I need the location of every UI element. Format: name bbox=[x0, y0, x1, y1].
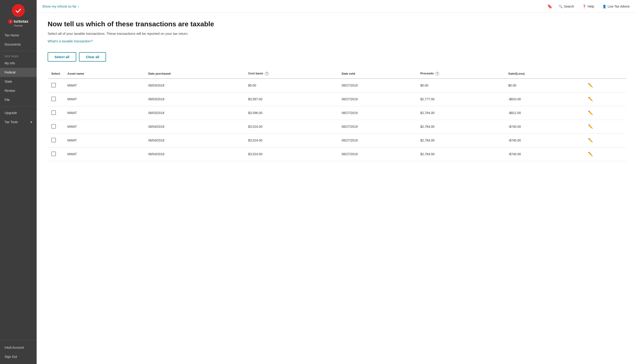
sidebar-item-tax-tools[interactable]: Tax Tools ▾ bbox=[0, 118, 37, 126]
sidebar-item-federal[interactable]: Federal bbox=[0, 68, 37, 77]
turbotax-tier: Premier bbox=[14, 24, 23, 27]
row-proceeds: $0.00 bbox=[417, 78, 505, 92]
row-asset-name: MWAT bbox=[64, 134, 144, 147]
row-proceeds: $2,784.00 bbox=[417, 120, 505, 134]
col-edit bbox=[584, 69, 626, 78]
col-date-purchased: Date purchased bbox=[145, 69, 244, 78]
table-row: MWAT 06/04/2018 $3,524.00 08/27/2019 $2,… bbox=[48, 147, 626, 161]
table-row: MWAT 06/03/2018 $0.00 08/27/2019 $0.00 $… bbox=[48, 78, 626, 92]
row-checkbox[interactable] bbox=[51, 96, 56, 101]
row-checkbox[interactable] bbox=[51, 138, 56, 142]
proceeds-info-icon[interactable]: ? bbox=[436, 72, 439, 76]
row-proceeds: $2,784.00 bbox=[417, 106, 505, 120]
row-date-purchased: 06/04/2018 bbox=[145, 134, 244, 147]
sidebar-item-my-info[interactable]: My Info bbox=[0, 58, 37, 68]
edit-icon[interactable]: ✏️ bbox=[588, 97, 593, 102]
sidebar-item-sign-out[interactable]: Sign Out bbox=[0, 352, 37, 361]
edit-icon[interactable]: ✏️ bbox=[588, 110, 593, 115]
page-subtitle: Select all of your taxable transactions.… bbox=[48, 32, 626, 36]
help-label: Help bbox=[588, 4, 594, 8]
sidebar-item-tax-home[interactable]: Tax Home bbox=[0, 31, 37, 40]
row-date-sold: 08/27/2019 bbox=[338, 120, 417, 134]
row-checkbox-cell bbox=[48, 106, 64, 120]
select-all-button[interactable]: Select all bbox=[48, 52, 76, 62]
row-checkbox-cell bbox=[48, 78, 64, 92]
help-button[interactable]: ❓ Help bbox=[580, 4, 596, 9]
transactions-table: Select Asset name Date purchased Cost ba… bbox=[48, 69, 626, 161]
row-proceeds: $2,777.00 bbox=[417, 92, 505, 106]
turbotax-brand: turbotax bbox=[14, 20, 28, 24]
tax-tools-row: Tax Tools ▾ bbox=[4, 120, 32, 124]
row-checkbox[interactable] bbox=[51, 152, 56, 156]
refund-link[interactable]: Show my refund so far › bbox=[42, 4, 79, 8]
clear-all-button[interactable]: Clear all bbox=[79, 52, 106, 62]
row-cost-basis: $3,524.00 bbox=[244, 120, 338, 134]
sidebar-item-documents[interactable]: Documents bbox=[0, 40, 37, 49]
help-icon: ❓ bbox=[582, 4, 586, 8]
live-tax-advice-label: Live Tax Advice bbox=[608, 4, 630, 8]
tax-tools-label: Tax Tools bbox=[4, 120, 18, 124]
sidebar-item-intuit-account[interactable]: Intuit Account bbox=[0, 343, 37, 352]
col-gain-loss: Gain/(Loss) bbox=[505, 69, 584, 78]
cost-basis-info-icon[interactable]: ? bbox=[265, 72, 268, 76]
row-date-purchased: 06/04/2018 bbox=[145, 147, 244, 161]
row-checkbox-cell bbox=[48, 134, 64, 147]
table-row: MWAT 06/04/2018 $3,524.00 08/27/2019 $2,… bbox=[48, 134, 626, 147]
row-gain-loss: -$810.00 bbox=[505, 92, 584, 106]
table-header: Select Asset name Date purchased Cost ba… bbox=[48, 69, 626, 78]
live-tax-advice-button[interactable]: 👤 Live Tax Advice bbox=[600, 4, 632, 9]
row-edit-cell: ✏️ bbox=[584, 106, 626, 120]
row-date-purchased: 06/04/2018 bbox=[145, 120, 244, 134]
table-row: MWAT 06/04/2018 $3,524.00 08/27/2019 $2,… bbox=[48, 120, 626, 134]
row-date-sold: 08/27/2019 bbox=[338, 78, 417, 92]
sidebar-item-review[interactable]: Review bbox=[0, 86, 37, 95]
row-date-purchased: 06/03/2018 bbox=[145, 78, 244, 92]
search-button[interactable]: 🔍 Search bbox=[557, 4, 576, 9]
progress-checkmark bbox=[12, 4, 25, 17]
row-proceeds: $2,784.00 bbox=[417, 134, 505, 147]
row-asset-name: MWAT bbox=[64, 78, 144, 92]
table-body: MWAT 06/03/2018 $0.00 08/27/2019 $0.00 $… bbox=[48, 78, 626, 161]
top-bar: Show my refund so far › 🔖 🔍 Search ❓ Hel… bbox=[37, 0, 637, 13]
row-gain-loss: -$740.00 bbox=[505, 134, 584, 147]
sidebar-item-file[interactable]: File bbox=[0, 95, 37, 104]
sidebar-item-state[interactable]: State bbox=[0, 77, 37, 86]
row-edit-cell: ✏️ bbox=[584, 78, 626, 92]
row-checkbox[interactable] bbox=[51, 110, 56, 115]
row-gain-loss: -$812.00 bbox=[505, 106, 584, 120]
row-gain-loss: -$740.00 bbox=[505, 147, 584, 161]
live-tax-advice-icon: 👤 bbox=[602, 4, 606, 8]
row-edit-cell: ✏️ bbox=[584, 147, 626, 161]
col-asset-name: Asset name bbox=[64, 69, 144, 78]
action-buttons: Select all Clear all bbox=[48, 52, 626, 62]
row-asset-name: MWAT bbox=[64, 106, 144, 120]
col-select: Select bbox=[48, 69, 64, 78]
table-row: MWAT 06/03/2018 $3,587.00 08/27/2019 $2,… bbox=[48, 92, 626, 106]
col-cost-basis: Cost basis ? bbox=[244, 69, 338, 78]
bookmark-icon[interactable]: 🔖 bbox=[547, 4, 552, 9]
refund-arrow-icon: › bbox=[78, 4, 79, 8]
search-icon: 🔍 bbox=[559, 4, 562, 8]
sidebar-bottom: Intuit Account Sign Out bbox=[0, 340, 37, 364]
edit-icon[interactable]: ✏️ bbox=[588, 138, 593, 142]
table-header-row: Select Asset name Date purchased Cost ba… bbox=[48, 69, 626, 78]
row-checkbox[interactable] bbox=[51, 124, 56, 129]
row-checkbox[interactable] bbox=[51, 83, 56, 88]
edit-icon[interactable]: ✏️ bbox=[588, 83, 593, 88]
row-gain-loss: -$740.00 bbox=[505, 120, 584, 134]
table-row: MWAT 06/03/2018 $3,596.00 08/27/2019 $2,… bbox=[48, 106, 626, 120]
row-date-sold: 08/27/2019 bbox=[338, 134, 417, 147]
row-checkbox-cell bbox=[48, 147, 64, 161]
sidebar-item-upgrade[interactable]: Upgrade bbox=[0, 108, 37, 118]
top-bar-right: 🔖 🔍 Search ❓ Help 👤 Live Tax Advice bbox=[547, 4, 632, 9]
edit-icon[interactable]: ✏️ bbox=[588, 124, 593, 129]
page-title: Now tell us which of these transactions … bbox=[48, 20, 626, 28]
row-cost-basis: $0.00 bbox=[244, 78, 338, 92]
edit-icon[interactable]: ✏️ bbox=[588, 152, 593, 156]
row-date-purchased: 06/03/2018 bbox=[145, 92, 244, 106]
row-gain-loss: $0.00 bbox=[505, 78, 584, 92]
taxable-transaction-link[interactable]: What's a taxable transaction? bbox=[48, 39, 92, 43]
chevron-down-icon: ▾ bbox=[30, 120, 32, 124]
col-date-sold: Date sold bbox=[338, 69, 417, 78]
sidebar-navigation: Tax Home Documents 2019 TAXES My Info Fe… bbox=[0, 30, 37, 340]
